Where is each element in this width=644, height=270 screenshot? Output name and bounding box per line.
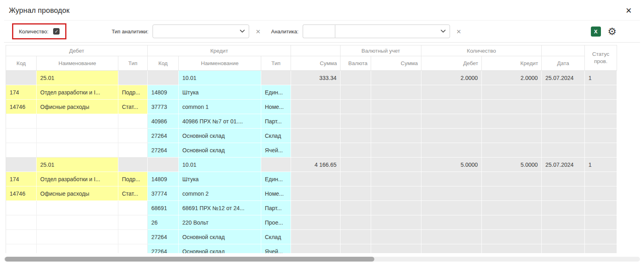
table-cell[interactable]: Основной склад	[179, 244, 261, 253]
table-cell[interactable]: Прое...	[261, 215, 291, 230]
table-row[interactable]: 27264Основной складЯчей...	[6, 143, 617, 158]
table-cell[interactable]: 5.0000	[421, 158, 482, 172]
table-cell[interactable]	[482, 85, 542, 100]
table-cell[interactable]: Офисные расходы	[37, 186, 118, 201]
table-cell[interactable]	[341, 85, 371, 100]
table-cell[interactable]	[341, 186, 371, 201]
table-cell[interactable]	[371, 186, 421, 201]
table-cell[interactable]	[6, 244, 37, 253]
table-cell[interactable]: 10.01	[179, 158, 261, 172]
table-cell[interactable]: 14809	[148, 172, 179, 186]
table-cell[interactable]	[482, 143, 542, 158]
table-cell[interactable]: 2.0000	[421, 71, 482, 85]
table-cell[interactable]	[6, 201, 37, 215]
table-cell[interactable]	[371, 71, 421, 85]
table-cell[interactable]	[421, 186, 482, 201]
table-cell[interactable]	[6, 114, 37, 129]
table-row[interactable]: 174Отдел разработки и I...Подр...14809Шт…	[6, 85, 617, 100]
table-cell[interactable]	[482, 114, 542, 129]
table-cell[interactable]	[482, 215, 542, 230]
table-row[interactable]: 26220 ВольтПрое...	[6, 215, 617, 230]
table-cell[interactable]: Номе...	[261, 100, 291, 114]
table-cell[interactable]	[6, 71, 37, 85]
table-cell[interactable]	[371, 172, 421, 186]
table-cell[interactable]: 27264	[148, 143, 179, 158]
table-cell[interactable]	[421, 172, 482, 186]
table-cell[interactable]	[118, 201, 148, 215]
table-cell[interactable]	[341, 143, 371, 158]
table-cell[interactable]: Парт...	[261, 201, 291, 215]
table-cell[interactable]	[341, 100, 371, 114]
table-cell[interactable]	[421, 230, 482, 244]
table-cell[interactable]	[421, 201, 482, 215]
table-cell[interactable]: 2.0000	[482, 71, 542, 85]
table-cell[interactable]	[421, 85, 482, 100]
table-cell[interactable]	[542, 215, 585, 230]
table-row[interactable]: 6869168691 ПРХ №12 от 24...Парт...	[6, 201, 617, 215]
table-cell[interactable]	[261, 71, 291, 85]
table-cell[interactable]	[291, 129, 341, 143]
table-cell[interactable]	[37, 215, 118, 230]
table-cell[interactable]	[6, 129, 37, 143]
table-cell[interactable]: 14746	[6, 186, 37, 201]
table-cell[interactable]	[341, 129, 371, 143]
table-cell[interactable]	[421, 143, 482, 158]
table-cell[interactable]: Склад	[261, 230, 291, 244]
table-cell[interactable]	[371, 100, 421, 114]
table-cell[interactable]: 27264	[148, 244, 179, 253]
table-cell[interactable]	[118, 230, 148, 244]
analytics-select[interactable]	[335, 25, 450, 38]
table-row[interactable]: 25.0110.01333.342.00002.000025.07.20241	[6, 71, 617, 85]
table-cell[interactable]: 4 166.65	[291, 158, 341, 172]
table-cell[interactable]	[542, 201, 585, 215]
table-cell[interactable]	[341, 215, 371, 230]
table-cell[interactable]	[341, 71, 371, 85]
table-cell[interactable]: 25.07.2024	[542, 158, 585, 172]
table-cell[interactable]	[341, 172, 371, 186]
table-row[interactable]: 27264Основной складЯчей...	[6, 244, 617, 253]
table-cell[interactable]: Отдел разработки и I...	[37, 172, 118, 186]
gear-icon[interactable]: ⚙	[608, 27, 617, 37]
quantity-checkbox[interactable]: ✓	[53, 28, 60, 35]
table-cell[interactable]	[341, 114, 371, 129]
table-cell[interactable]	[482, 244, 542, 253]
table-cell[interactable]	[291, 230, 341, 244]
table-cell[interactable]	[291, 215, 341, 230]
table-cell[interactable]	[421, 129, 482, 143]
table-cell[interactable]: 1	[585, 158, 617, 172]
table-cell[interactable]: 1	[585, 71, 617, 85]
table-cell[interactable]: 25.07.2024	[542, 71, 585, 85]
table-cell[interactable]	[542, 85, 585, 100]
table-cell[interactable]	[341, 201, 371, 215]
analytics-code-input[interactable]	[303, 25, 335, 38]
table-cell[interactable]	[341, 230, 371, 244]
close-icon[interactable]: ✕	[625, 7, 632, 14]
table-cell[interactable]	[6, 230, 37, 244]
table-cell[interactable]: Основной склад	[179, 129, 261, 143]
table-row[interactable]: 14746Офисные расходыСтат...37774common 2…	[6, 186, 617, 201]
table-cell[interactable]: Основной склад	[179, 230, 261, 244]
table-cell[interactable]	[585, 230, 617, 244]
table-cell[interactable]	[585, 172, 617, 186]
table-cell[interactable]	[542, 100, 585, 114]
table-cell[interactable]: 27264	[148, 230, 179, 244]
table-cell[interactable]	[482, 129, 542, 143]
table-cell[interactable]: 174	[6, 172, 37, 186]
table-cell[interactable]	[291, 172, 341, 186]
table-cell[interactable]	[421, 215, 482, 230]
table-cell[interactable]	[6, 158, 37, 172]
table-cell[interactable]	[482, 172, 542, 186]
table-cell[interactable]: Штука	[179, 172, 261, 186]
clear-analytics-icon[interactable]: ✕	[456, 29, 462, 35]
table-cell[interactable]	[148, 158, 179, 172]
table-cell[interactable]	[118, 158, 148, 172]
table-cell[interactable]	[542, 129, 585, 143]
table-cell[interactable]	[482, 201, 542, 215]
table-cell[interactable]	[37, 114, 118, 129]
table-cell[interactable]: 40986 ПРХ №7 от 01....	[179, 114, 261, 129]
table-cell[interactable]	[542, 230, 585, 244]
table-cell[interactable]	[261, 158, 291, 172]
table-cell[interactable]	[371, 143, 421, 158]
table-cell[interactable]	[291, 244, 341, 253]
table-cell[interactable]: 220 Вольт	[179, 215, 261, 230]
